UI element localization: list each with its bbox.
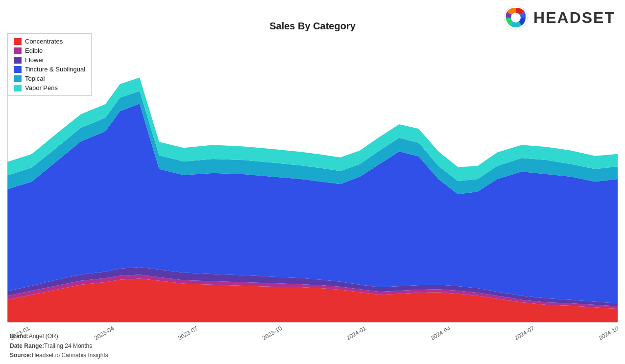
x-label-6: 2024-07	[513, 325, 535, 341]
brand-label: Brand:	[10, 333, 29, 340]
x-label-2: 2023-07	[177, 325, 199, 341]
edible-swatch	[14, 47, 22, 54]
chart-area	[7, 33, 618, 322]
source-label: Source:	[10, 352, 32, 359]
legend-item-flower: Flower	[14, 56, 85, 64]
brand-value: Angel (OR)	[29, 333, 58, 340]
flower-swatch	[14, 57, 22, 64]
footer-date: Date Range:Trailing 24 Months	[10, 341, 108, 351]
edible-label: Edible	[25, 47, 43, 54]
concentrates-label: Concentrates	[25, 38, 63, 45]
legend: Concentrates Edible Flower Tincture & Su…	[7, 33, 92, 96]
vapor-swatch	[14, 85, 22, 91]
footer-brand: Brand:Angel (OR)	[10, 332, 108, 341]
page: HEADSET Sales By Category Concentrates E…	[0, 0, 625, 364]
chart-svg	[7, 33, 618, 322]
logo-text: HEADSET	[533, 9, 615, 27]
chart-title: Sales By Category	[269, 21, 356, 32]
tincture-swatch	[14, 66, 22, 73]
vapor-label: Vapor Pens	[25, 84, 58, 91]
date-value: Trailing 24 Months	[44, 342, 92, 349]
date-label: Date Range:	[10, 342, 44, 349]
footer-source: Source:Headset.io Cannabis Insights	[10, 351, 108, 360]
x-label-5: 2024-04	[429, 325, 451, 341]
legend-item-tincture: Tincture & Sublingual	[14, 66, 85, 73]
legend-item-topical: Topical	[14, 75, 85, 82]
headset-logo-icon	[503, 5, 529, 30]
source-value: Headset.io Cannabis Insights	[32, 352, 108, 359]
legend-item-edible: Edible	[14, 47, 85, 54]
logo: HEADSET	[503, 5, 615, 30]
x-label-3: 2023-10	[261, 325, 283, 341]
flower-label: Flower	[25, 56, 44, 64]
legend-item-vapor: Vapor Pens	[14, 84, 85, 91]
footer: Brand:Angel (OR) Date Range:Trailing 24 …	[10, 332, 108, 360]
tincture-label: Tincture & Sublingual	[25, 66, 85, 73]
legend-item-concentrates: Concentrates	[14, 38, 85, 45]
topical-swatch	[14, 75, 22, 82]
topical-label: Topical	[25, 75, 45, 82]
svg-point-1	[511, 13, 521, 23]
x-label-7: 2024-10	[598, 325, 620, 341]
concentrates-swatch	[14, 38, 22, 45]
x-label-4: 2024-01	[345, 325, 367, 341]
